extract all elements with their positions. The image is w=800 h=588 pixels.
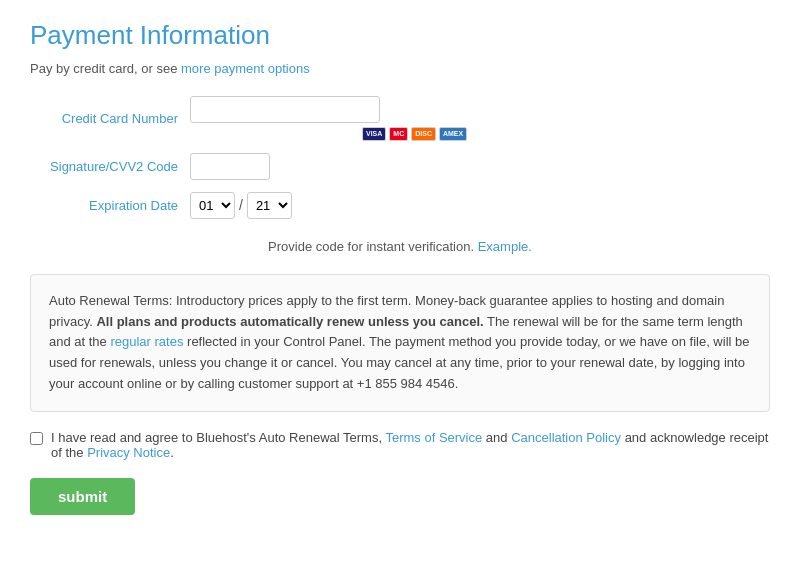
- example-link[interactable]: Example.: [478, 239, 532, 254]
- cc-field-wrapper: VISA MC DISC AMEX: [190, 96, 467, 141]
- agreement-prefix: I have read and agree to Bluehost's Auto…: [51, 430, 385, 445]
- subtitle-text: Pay by credit card, or see: [30, 61, 181, 76]
- regular-rates-link[interactable]: regular rates: [110, 334, 183, 349]
- cc-number-row: Credit Card Number VISA MC DISC AMEX: [30, 96, 770, 141]
- visa-icon: VISA: [362, 127, 386, 141]
- mastercard-icon: MC: [389, 127, 408, 141]
- tos-link[interactable]: Terms of Service: [385, 430, 482, 445]
- terms-box: Auto Renewal Terms: Introductory prices …: [30, 274, 770, 412]
- cvv-input[interactable]: [190, 153, 270, 180]
- cc-number-input[interactable]: [190, 96, 380, 123]
- page-title: Payment Information: [30, 20, 770, 51]
- cc-number-label: Credit Card Number: [30, 111, 190, 126]
- expiry-year-select[interactable]: 21 22 23 24 25 26 27 28 29 30: [247, 192, 292, 219]
- terms-bold-text: All plans and products automatically ren…: [96, 314, 483, 329]
- agreement-checkbox[interactable]: [30, 432, 43, 445]
- expiry-label: Expiration Date: [30, 198, 190, 213]
- agreement-row: I have read and agree to Bluehost's Auto…: [30, 430, 770, 460]
- subtitle: Pay by credit card, or see more payment …: [30, 61, 770, 76]
- more-payment-options-link[interactable]: more payment options: [181, 61, 310, 76]
- expiry-selects: 01 02 03 04 05 06 07 08 09 10 11 12 / 21…: [190, 192, 292, 219]
- cancellation-policy-link[interactable]: Cancellation Policy: [511, 430, 621, 445]
- agreement-end: .: [170, 445, 174, 460]
- discover-icon: DISC: [411, 127, 436, 141]
- submit-button[interactable]: submit: [30, 478, 135, 515]
- payment-form: Credit Card Number VISA MC DISC AMEX Sig…: [30, 96, 770, 219]
- expiry-row: Expiration Date 01 02 03 04 05 06 07 08 …: [30, 192, 770, 219]
- verification-note: Provide code for instant verification. E…: [30, 239, 770, 254]
- agreement-text: I have read and agree to Bluehost's Auto…: [51, 430, 770, 460]
- amex-icon: AMEX: [439, 127, 467, 141]
- cvv-label: Signature/CVV2 Code: [30, 159, 190, 174]
- agreement-middle: and: [482, 430, 511, 445]
- expiry-separator: /: [239, 197, 243, 213]
- privacy-notice-link[interactable]: Privacy Notice: [87, 445, 170, 460]
- expiry-month-select[interactable]: 01 02 03 04 05 06 07 08 09 10 11 12: [190, 192, 235, 219]
- card-icons: VISA MC DISC AMEX: [362, 127, 467, 141]
- verification-text: Provide code for instant verification.: [268, 239, 478, 254]
- cvv-row: Signature/CVV2 Code: [30, 153, 770, 180]
